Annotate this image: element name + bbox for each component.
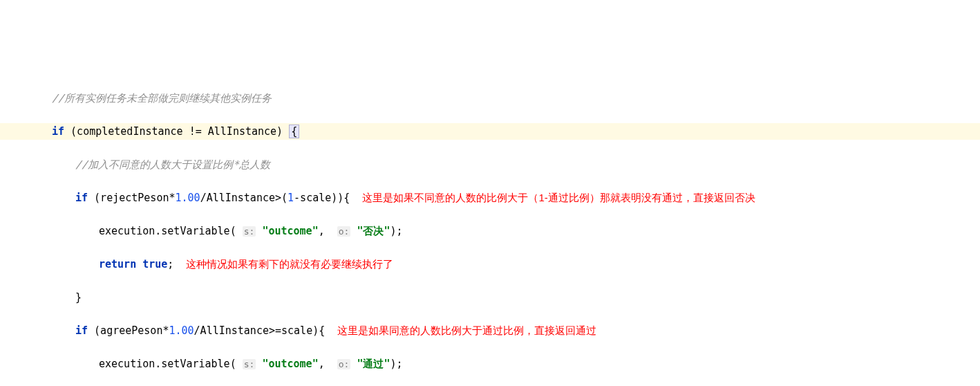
keyword-true: true [142, 258, 167, 270]
string-literal: "否决" [357, 225, 390, 237]
code-line: if (rejectPeson*1.00/AllInstance>(1-scal… [0, 190, 980, 206]
annotation-text: 这种情况如果有剩下的就没有必要继续执行了 [186, 258, 393, 270]
comment: //所有实例任务未全部做完则继续其他实例任务 [52, 92, 272, 104]
keyword-if: if [75, 324, 88, 337]
code-line: if (agreePeson*1.00/AllInstance>=scale){… [0, 322, 980, 339]
code-text: execution.setVariable( [99, 358, 243, 370]
code-text: , [319, 225, 337, 237]
code-text: , [319, 358, 337, 370]
code-text: (agreePeson* [88, 324, 169, 337]
condition: (completedInstance != AllInstance) [64, 125, 289, 138]
keyword-if: if [52, 125, 64, 138]
number-literal: 1.00 [169, 324, 194, 337]
param-hint: o: [337, 226, 351, 237]
code-line: execution.setVariable( s: "outcome", o: … [0, 356, 980, 372]
code-text: ); [390, 225, 403, 237]
number-literal: 1 [288, 192, 294, 204]
number-literal: 1.00 [176, 192, 200, 204]
code-text: /AllInstance>( [200, 192, 288, 204]
code-text: ); [390, 358, 403, 370]
code-line: execution.setVariable( s: "outcome", o: … [0, 223, 980, 239]
keyword-return: return [99, 258, 136, 270]
code-line-highlighted: if (completedInstance != AllInstance) { [0, 123, 980, 140]
code-line: } [0, 289, 980, 306]
code-text: -scale)){ [294, 192, 350, 204]
code-line: return true; 这种情况如果有剩下的就没有必要继续执行了 [0, 256, 980, 273]
brace-close: } [75, 291, 82, 304]
keyword-if: if [75, 192, 88, 204]
string-literal: "outcome" [262, 225, 318, 237]
param-hint: s: [243, 359, 256, 369]
param-hint: s: [243, 226, 256, 237]
semicolon: ; [167, 258, 173, 270]
annotation-text: 这里是如果不同意的人数的比例大于（1-通过比例）那就表明没有通过，直接返回否决 [362, 192, 755, 203]
code-editor[interactable]: //所有实例任务未全部做完则继续其他实例任务 if (completedInst… [0, 73, 980, 386]
code-text: execution.setVariable( [99, 225, 243, 237]
code-line: //所有实例任务未全部做完则继续其他实例任务 [0, 90, 980, 107]
string-literal: "outcome" [262, 358, 318, 370]
annotation-text: 这里是如果同意的人数比例大于通过比例，直接返回通过 [337, 324, 596, 336]
comment: //加入不同意的人数大于设置比例*总人数 [75, 158, 270, 171]
param-hint: o: [337, 359, 351, 369]
code-line: //加入不同意的人数大于设置比例*总人数 [0, 156, 980, 173]
brace-open-highlight: { [289, 125, 299, 138]
code-text: (rejectPeson* [88, 192, 175, 204]
code-text: /AllInstance>=scale){ [194, 324, 326, 337]
string-literal: "通过" [357, 358, 390, 370]
